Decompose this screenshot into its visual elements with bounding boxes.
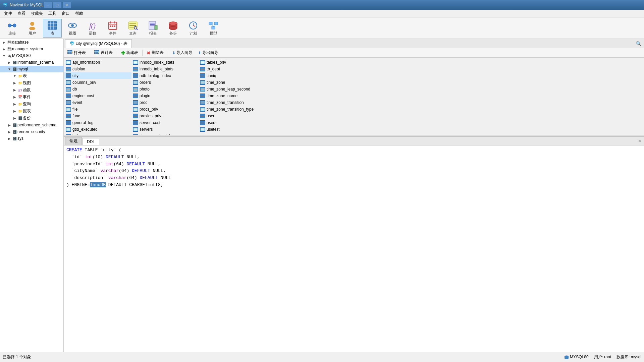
table-item-time-zone-leap-second[interactable]: time_zone_leap_second [199, 86, 266, 93]
sidebar-item-events-folder[interactable]: ▶ 📅 事件 [0, 94, 63, 101]
table-item-city[interactable]: city [64, 72, 131, 79]
table-icon [133, 134, 138, 135]
table-item-proc[interactable]: proc [131, 99, 199, 106]
table-item-server-cost[interactable]: server_cost [131, 119, 199, 126]
sidebar-item-views-folder[interactable]: ▶ 📁 视图 [0, 79, 63, 86]
export-label: 导出向导 [202, 50, 218, 56]
sidebar-item-tables-folder[interactable]: ▼ 📁 表 [0, 72, 63, 79]
toolbar-user[interactable]: 用户 [23, 19, 42, 38]
tab-regular[interactable]: 常规 [65, 137, 82, 145]
svg-point-4 [29, 27, 35, 30]
svg-rect-17 [110, 25, 111, 27]
sidebar-item-functions-folder[interactable]: ▶ f() 函数 [0, 86, 63, 94]
table-item-caipiao[interactable]: caipiao [64, 66, 131, 72]
search-icon[interactable]: 🔍 [636, 41, 641, 46]
close-button[interactable]: ✕ [62, 2, 71, 8]
table-item-event[interactable]: event [64, 99, 131, 106]
schema-icon: 🗄️ [12, 136, 17, 141]
table-item-general-log[interactable]: general_log [64, 119, 131, 126]
svg-line-37 [193, 25, 195, 26]
expand-icon: ▶ [1, 46, 7, 52]
window-controls: ─ □ ✕ [44, 2, 71, 8]
table-item-photo[interactable]: photo [131, 86, 199, 93]
tab-ddl[interactable]: DDL [83, 138, 99, 145]
table-item-plugin[interactable]: plugin [131, 93, 199, 99]
maximize-button[interactable]: □ [53, 2, 62, 8]
menu-favorites[interactable]: 收藏夹 [28, 10, 46, 17]
table-item-tb-dept[interactable]: tb_dept [199, 66, 266, 72]
toolbar-table[interactable]: 表 [43, 19, 62, 38]
toolbar-schedule[interactable]: 计划 [184, 19, 203, 38]
sidebar-label: 表 [23, 73, 27, 79]
table-icon [133, 73, 138, 78]
table-item-usetest[interactable]: usetest [199, 126, 266, 133]
sidebar-item-performance-schema[interactable]: ▶ 🗄️ performance_schema [0, 122, 63, 128]
table-item-innodb-table-stats[interactable]: innodb_table_stats [131, 66, 199, 72]
table-item-engine-cost[interactable]: engine_cost [64, 93, 131, 99]
sidebar-item-manager-system[interactable]: ▶ 💾 manager_system [0, 46, 63, 52]
table-item-api-information[interactable]: api_information [64, 59, 131, 66]
toolbar-query[interactable]: 查询 [123, 19, 142, 38]
toolbar-function[interactable]: f() 函数 [83, 19, 102, 38]
folder-icon: 📁 [17, 102, 23, 107]
sidebar-item-mysql80[interactable]: ▼ 🔌 MYSQL80 [0, 52, 63, 59]
new-table-button[interactable]: ✚ 新建表 [119, 49, 141, 57]
menu-help[interactable]: 帮助 [72, 10, 86, 17]
title-bar-text: Navicat for MySQL [10, 3, 44, 7]
sidebar-item-mysql[interactable]: ▼ 🗄️ mysql [0, 66, 63, 72]
sidebar-item-information-schema[interactable]: ▶ 🗄️ information_schema [0, 59, 63, 66]
toolbar-backup[interactable]: 备份 [164, 19, 182, 38]
table-item-orders[interactable]: orders [131, 79, 199, 86]
table-item-file[interactable]: file [64, 106, 131, 113]
toolbar-view[interactable]: 视图 [63, 19, 82, 38]
table-item-tables-priv[interactable]: tables_priv [199, 59, 266, 66]
ddl-section: 常规 DDL ✕ CREATE TABLE `city` ( `id` int(… [64, 137, 644, 352]
sidebar-item-queries-folder[interactable]: ▶ 📁 查询 [0, 101, 63, 108]
design-table-button[interactable]: 设计表 [92, 49, 115, 57]
sidebar-item-backups-folder[interactable]: ▶ 🗄️ 备份 [0, 115, 63, 122]
sidebar-item-sys[interactable]: ▶ 🗄️ sys [0, 135, 63, 142]
table-icon [200, 107, 205, 112]
table-item-columns-priv[interactable]: columns_priv [64, 79, 131, 86]
table-item-db[interactable]: db [64, 86, 131, 93]
table-item-users[interactable]: users [199, 119, 266, 126]
open-table-button[interactable]: 打开表 [65, 49, 88, 57]
expand-icon: ▶ [7, 136, 12, 141]
table-item-tianiq[interactable]: tianiq [199, 72, 266, 79]
table-item-ndb-binlog-index[interactable]: ndb_binlog_index [131, 72, 199, 79]
table-item-user[interactable]: user [199, 113, 266, 119]
object-tab[interactable]: 🐬 city @mysql (MYSQL80) - 表 [65, 39, 132, 48]
menu-window[interactable]: 窗口 [59, 10, 72, 17]
table-item-gtid-executed[interactable]: gtid_executed [64, 126, 131, 133]
table-item-servers[interactable]: servers [131, 126, 199, 133]
table-item-procs-priv[interactable]: procs_priv [131, 106, 199, 113]
panel-close-icon[interactable]: ✕ [638, 139, 641, 143]
export-wizard-button[interactable]: ⬆ 导出向导 [196, 49, 221, 57]
table-item-time-zone[interactable]: time_zone [199, 79, 266, 86]
toolbar-event-label: 事件 [109, 31, 116, 36]
table-item-time-zone-name[interactable]: time_zone_name [199, 93, 266, 99]
table-item-time-zone-transition-type[interactable]: time_zone_transition_type [199, 106, 266, 113]
sidebar-label: 函数 [23, 87, 31, 93]
table-item-func[interactable]: func [64, 113, 131, 119]
sidebar-item-renren-security[interactable]: ▶ 🗄️ renren_security [0, 128, 63, 135]
sidebar-item-database[interactable]: ▶ 💾 database [0, 39, 63, 46]
table-item-proxies-priv[interactable]: proxies_priv [131, 113, 199, 119]
menu-view[interactable]: 查看 [15, 10, 28, 17]
tab-label: city @mysql (MYSQL80) - 表 [76, 41, 127, 47]
toolbar-connect[interactable]: 连接 [3, 19, 21, 38]
delete-table-button[interactable]: ✖ 删除表 [144, 49, 166, 57]
toolbar-report[interactable]: 报表 [144, 19, 162, 38]
toolbar-model[interactable]: 模型 [204, 19, 223, 38]
menu-tools[interactable]: 工具 [46, 10, 59, 17]
ddl-content[interactable]: CREATE TABLE `city` ( `id` int(10) DEFAU… [64, 145, 644, 352]
menu-file[interactable]: 文件 [1, 10, 15, 17]
minimize-button[interactable]: ─ [44, 2, 52, 8]
sidebar-item-reports-folder[interactable]: ▶ 📁 报表 [0, 108, 63, 115]
toolbar-event[interactable]: 事件 [103, 19, 122, 38]
svg-point-34 [169, 22, 177, 25]
table-icon [66, 60, 71, 65]
table-item-time-zone-transition[interactable]: time_zone_transition [199, 99, 266, 106]
table-item-innodb-index-stats[interactable]: innodb_index_stats [131, 59, 199, 66]
import-wizard-button[interactable]: ⬇ 导入向导 [170, 49, 195, 57]
